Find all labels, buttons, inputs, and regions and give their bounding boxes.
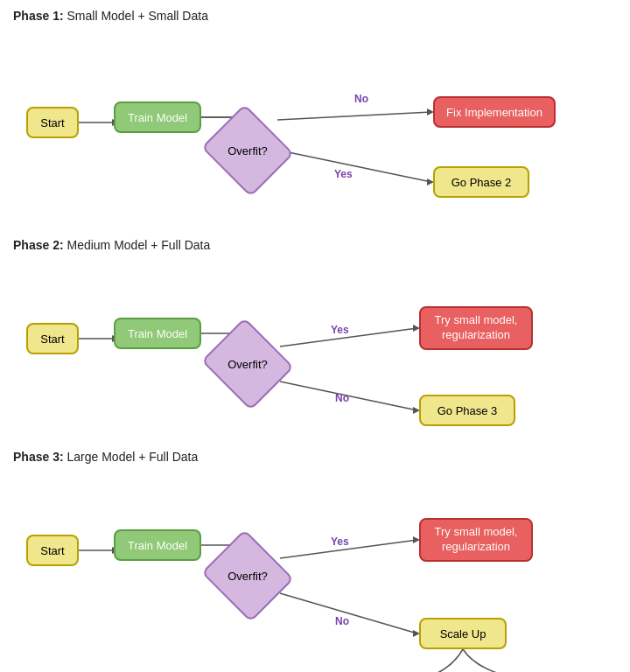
phase2-label-no: No (335, 392, 349, 404)
phase3-label-yes: Yes (331, 536, 349, 548)
phase1-title-bold: Phase 1: (13, 9, 64, 23)
phase3-title: Phase 3: Large Model + Full Data (13, 450, 617, 464)
phase3-title-rest: Large Model + Full Data (64, 450, 199, 464)
phase2-title-bold: Phase 2: (13, 238, 64, 252)
phase1-train: Train Model (114, 102, 201, 133)
svg-line-26 (280, 593, 417, 634)
phase2-diamond-label: Overfit? (213, 333, 283, 395)
phase1-label-yes: Yes (334, 168, 353, 180)
phase2-section: Phase 2: Medium Model + Full Data Start … (13, 238, 617, 434)
phase3-title-bold: Phase 3: (13, 450, 64, 464)
phase2-title: Phase 2: Medium Model + Full Data (13, 238, 617, 252)
phase3-diamond-label: Overfit? (213, 545, 283, 606)
svg-line-8 (280, 150, 431, 182)
phase1-go: Go Phase 2 (433, 166, 529, 198)
phase1-title-rest: Small Model + Small Data (64, 9, 208, 23)
phase3-svg (13, 471, 617, 672)
phase1-title: Phase 1: Small Model + Small Data (13, 9, 617, 23)
phase2-go: Go Phase 3 (419, 395, 515, 426)
phase3-section: Phase 3: Large Model + Full Data Start T… (13, 450, 617, 672)
phase1-label-no: No (354, 93, 368, 105)
phase3-label-no: No (335, 615, 349, 627)
svg-line-6 (277, 112, 431, 120)
phase1-section: Phase 1: Small Model + Small Data Start … (13, 9, 617, 222)
phase2-title-rest: Medium Model + Full Data (64, 238, 211, 252)
phase3-train: Train Model (114, 529, 201, 561)
phase3-diagram: Start Train Model Overfit? Try small mod… (13, 471, 617, 672)
phase2-start: Start (26, 323, 79, 354)
phase1-fix: Fix Implementation (433, 96, 556, 128)
phase3-start: Start (26, 535, 79, 566)
phase1-start: Start (26, 107, 79, 138)
phase1-diagram: Start Train Model Overfit? Fix Implement… (13, 30, 617, 222)
phase3-try: Try small model, regularization (419, 518, 533, 562)
phase3-scale: Scale Up (419, 618, 507, 649)
phase2-label-yes: Yes (331, 324, 349, 336)
phase1-diamond-label: Overfit? (213, 120, 283, 181)
phase2-train: Train Model (114, 318, 201, 349)
phase2-diagram: Start Train Model Overfit? Try small mod… (13, 259, 617, 434)
phase2-try: Try small model, regularization (419, 306, 533, 350)
